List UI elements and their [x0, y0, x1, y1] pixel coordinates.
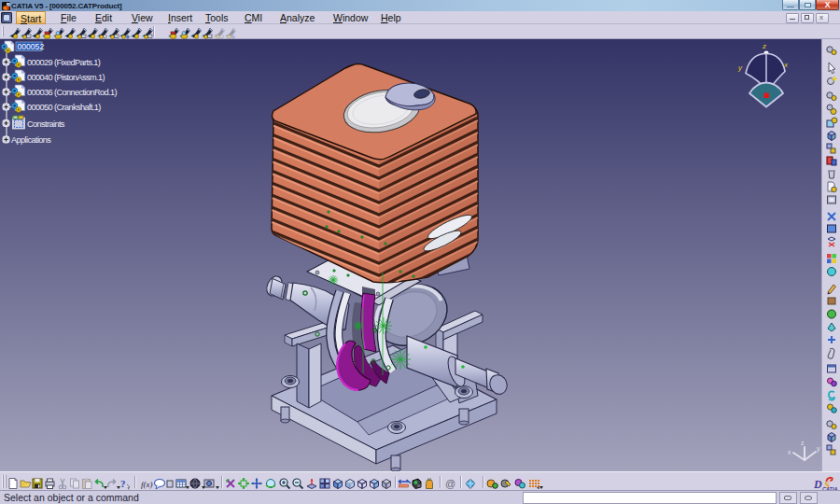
svg-text:?: ?	[120, 478, 126, 489]
svg-text:000029 (FixedParts.1): 000029 (FixedParts.1)	[27, 58, 101, 67]
svg-text:z: z	[801, 440, 805, 446]
svg-text:Constraints: Constraints	[27, 119, 65, 129]
svg-text:000050 (Crankshaft.1): 000050 (Crankshaft.1)	[27, 103, 101, 112]
svg-text:y: y	[817, 445, 820, 453]
svg-text:000040 (PistonAssm.1): 000040 (PistonAssm.1)	[27, 73, 105, 82]
svg-text:x: x	[788, 449, 791, 455]
svg-text:000036 (ConnectionRod.1): 000036 (ConnectionRod.1)	[27, 88, 117, 97]
svg-text:Applications: Applications	[11, 135, 51, 145]
svg-text:f(x): f(x)	[141, 479, 153, 488]
svg-text:D: D	[814, 478, 822, 491]
svg-text:z: z	[762, 42, 766, 50]
svg-text:x: x	[783, 61, 789, 69]
svg-text:000052: 000052	[18, 42, 45, 51]
svg-text:@: @	[445, 478, 455, 489]
svg-text:y: y	[737, 63, 743, 72]
